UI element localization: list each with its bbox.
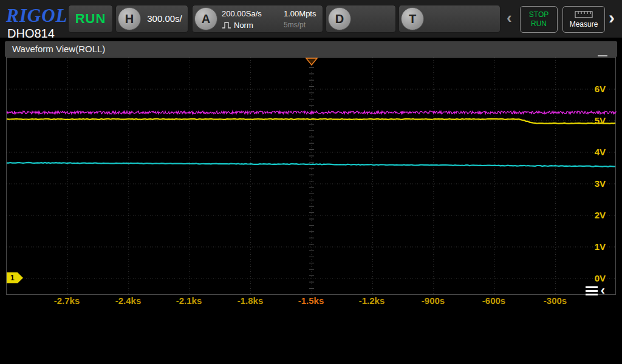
trigger-knob[interactable]: T — [401, 7, 424, 30]
waveform-view-header[interactable]: Waveform View(ROLL) — [5, 41, 617, 57]
horizontal-panel[interactable]: H 300.00s/ — [115, 5, 188, 33]
rigol-logo: RIGOL — [6, 5, 67, 27]
bottom-bar: R 1 1.00V/ -3.00V 20MHz 2 1.00V/ -3.00V … — [0, 312, 622, 364]
x-axis: -2.7ks -2.4ks -2.1ks -1.8ks -1.5ks -1.2k… — [6, 295, 616, 307]
acquire-knob[interactable]: A — [194, 7, 217, 30]
collapse-menu-icon[interactable]: ‹ — [586, 284, 605, 297]
y-axis-label: 6V — [595, 84, 606, 94]
x-axis-label: -2.7ks — [54, 295, 80, 306]
measure-label: Measure — [570, 20, 598, 29]
decode-panel[interactable]: D — [326, 5, 396, 33]
timebase-value: 300.00s/ — [143, 5, 186, 32]
view-title: Waveform View(ROLL) — [12, 44, 105, 54]
x-axis-label: -1.2ks — [359, 295, 385, 306]
top-toolbar: RIGOL DHO814 RUN H 300.00s/ A 200.00Sa/s… — [0, 0, 622, 38]
trigger-position-icon[interactable] — [305, 58, 318, 66]
x-axis-label: -1.8ks — [238, 295, 264, 306]
x-axis-label: -2.4ks — [115, 295, 142, 306]
measure-button[interactable]: Measure — [562, 6, 605, 33]
run-label: RUN — [531, 19, 547, 29]
pulse-icon — [222, 22, 231, 29]
toolbar-prev-icon[interactable]: ‹ — [507, 8, 512, 27]
toolbar-next-icon[interactable]: › — [609, 7, 615, 28]
model-label: DHO814 — [7, 27, 55, 41]
x-axis-label-highlighted: -1.5ks — [298, 295, 324, 306]
stop-run-button[interactable]: STOP RUN — [520, 6, 558, 33]
y-axis-label: 2V — [595, 210, 606, 220]
y-axis-label: 3V — [595, 178, 606, 189]
y-axis-label: 4V — [595, 147, 606, 157]
x-axis-label: -300s — [544, 295, 567, 306]
ruler-icon — [575, 11, 593, 18]
waveform-canvas — [7, 58, 617, 295]
acq-mode-label: Norm — [234, 21, 253, 30]
x-axis-label: -2.1ks — [176, 295, 202, 306]
y-axis-label: 1V — [595, 241, 606, 252]
stop-label: STOP — [529, 10, 549, 19]
decode-knob[interactable]: D — [328, 7, 351, 30]
acquire-panel[interactable]: A 200.00Sa/s Norm 1.00Mpts 5ms/pt — [192, 5, 323, 33]
y-axis-label: 5V — [595, 115, 606, 126]
sample-rate-value: 200.00Sa/s — [222, 9, 262, 18]
horizontal-knob[interactable]: H — [118, 7, 141, 30]
run-status-panel[interactable]: RUN — [68, 5, 113, 33]
x-axis-label: -900s — [422, 295, 445, 306]
waveform-graph[interactable]: 6V 5V 4V 3V 2V 1V 0V 1 -2.7ks -2.4ks -2.… — [6, 57, 616, 307]
time-per-point-value: 5ms/pt — [284, 21, 306, 29]
x-axis-label: -600s — [482, 295, 505, 306]
y-axis-label: 0V — [595, 273, 606, 283]
memory-depth-value: 1.00Mpts — [284, 9, 316, 18]
trigger-panel[interactable]: T — [398, 5, 501, 33]
plot-area[interactable]: 6V 5V 4V 3V 2V 1V 0V 1 — [6, 57, 616, 295]
run-status-label: RUN — [75, 11, 106, 27]
acquisition-mode: Norm — [222, 21, 253, 30]
